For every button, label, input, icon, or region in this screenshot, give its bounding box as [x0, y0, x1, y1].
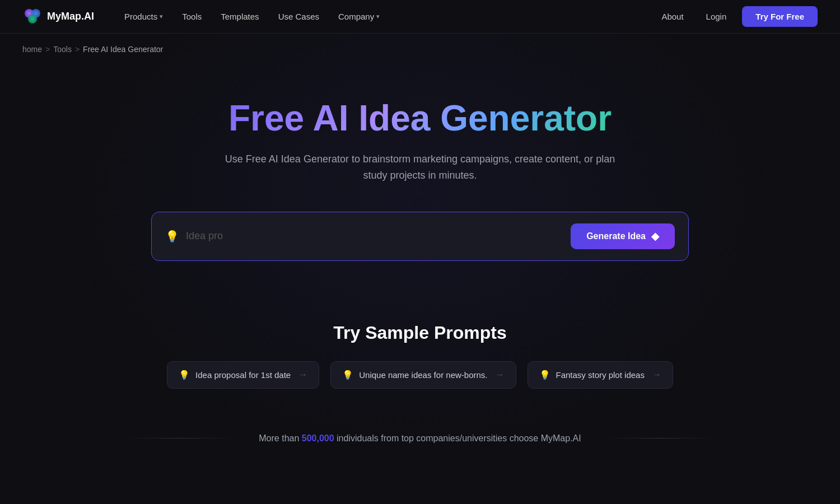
breadcrumb: home > Tools > Free AI Idea Generator — [0, 34, 840, 65]
nav-login[interactable]: Login — [699, 7, 734, 26]
nav-about[interactable]: About — [655, 7, 690, 26]
input-left: 💡 — [165, 230, 571, 243]
stats-highlight: 500,000 — [302, 433, 334, 443]
nav-links: Products ▾ Tools Templates Use Cases Com… — [116, 7, 655, 26]
logo[interactable]: MyMap.AI — [22, 7, 94, 27]
try-free-button[interactable]: Try For Free — [742, 6, 818, 27]
stats-section: More than 500,000 individuals from top c… — [0, 400, 840, 466]
idea-input-container: 💡 Generate Idea ◆ — [151, 212, 689, 261]
svg-point-2 — [28, 15, 37, 24]
prompt-card-1[interactable]: 💡 Unique name ideas for new-borns. → — [330, 361, 516, 389]
breadcrumb-home[interactable]: home — [22, 45, 42, 54]
prompt-icon-0: 💡 — [179, 370, 190, 380]
divider-left — [124, 438, 236, 438]
prompt-cards-container: 💡 Idea proposal for 1st date → 💡 Unique … — [167, 361, 673, 389]
breadcrumb-sep-1: > — [45, 45, 50, 54]
prompt-arrow-1: → — [496, 370, 505, 380]
hero-section: Free AI Idea Generator Use Free AI Idea … — [0, 65, 840, 311]
prompt-card-0[interactable]: 💡 Idea proposal for 1st date → — [167, 361, 319, 389]
sample-prompts-section: Try Sample Prompts 💡 Idea proposal for 1… — [0, 311, 840, 400]
prompt-label-2: Fantasy story plot ideas — [556, 370, 645, 380]
stats-text: More than 500,000 individuals from top c… — [259, 433, 581, 444]
idea-input-icon: 💡 — [165, 230, 179, 243]
prompt-arrow-0: → — [298, 370, 307, 380]
hero-title: Free AI Idea Generator — [228, 99, 612, 138]
breadcrumb-current: Free AI Idea Generator — [83, 45, 163, 54]
prompt-icon-2: 💡 — [539, 370, 550, 380]
sparkle-icon: ◆ — [651, 230, 659, 242]
nav-templates[interactable]: Templates — [213, 7, 267, 26]
logo-icon — [22, 7, 43, 27]
hero-subtitle: Use Free AI Idea Generator to brainstorm… — [224, 151, 616, 184]
nav-products[interactable]: Products ▾ — [116, 7, 171, 26]
prompt-card-2[interactable]: 💡 Fantasy story plot ideas → — [528, 361, 673, 389]
nav-tools[interactable]: Tools — [174, 7, 209, 26]
logo-text: MyMap.AI — [47, 11, 94, 22]
prompt-label-0: Idea proposal for 1st date — [195, 370, 291, 380]
prompt-arrow-2: → — [652, 370, 661, 380]
navbar: MyMap.AI Products ▾ Tools Templates Use … — [0, 0, 840, 34]
products-chevron-icon: ▾ — [160, 13, 163, 20]
sample-prompts-title: Try Sample Prompts — [333, 323, 506, 343]
generate-idea-button[interactable]: Generate Idea ◆ — [571, 223, 675, 249]
prompt-label-1: Unique name ideas for new-borns. — [359, 370, 487, 380]
breadcrumb-sep-2: > — [75, 45, 80, 54]
nav-right: About Login Try For Free — [655, 6, 818, 27]
nav-company[interactable]: Company ▾ — [330, 7, 388, 26]
stats-suffix: individuals from top companies/universit… — [334, 433, 581, 443]
prompt-icon-1: 💡 — [342, 370, 353, 380]
company-chevron-icon: ▾ — [376, 13, 380, 20]
nav-use-cases[interactable]: Use Cases — [270, 7, 327, 26]
breadcrumb-tools[interactable]: Tools — [53, 45, 72, 54]
divider-right — [604, 438, 716, 438]
generate-label: Generate Idea — [586, 231, 646, 241]
idea-input[interactable] — [186, 230, 571, 242]
stats-prefix: More than — [259, 433, 301, 443]
